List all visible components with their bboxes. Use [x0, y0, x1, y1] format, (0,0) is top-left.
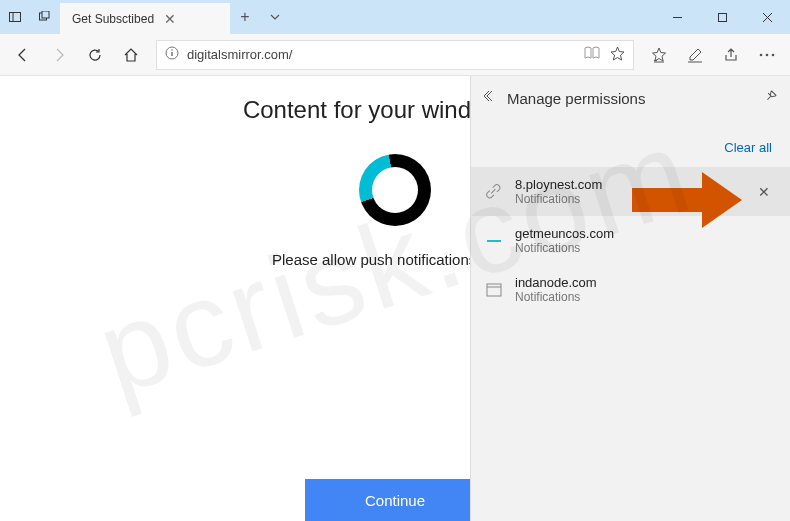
annotation-arrow-icon: [632, 172, 742, 228]
permissions-panel: Manage permissions Clear all 8.ploynest.…: [470, 76, 790, 521]
svg-rect-3: [42, 11, 49, 18]
favorite-star-icon[interactable]: [610, 46, 625, 64]
link-icon: [485, 183, 503, 201]
browser-toolbar: digitalsmirror.com/: [0, 34, 790, 76]
svg-point-16: [772, 53, 775, 56]
permission-item[interactable]: indanode.com Notifications: [471, 265, 790, 314]
address-url: digitalsmirror.com/: [187, 47, 292, 62]
tab-title: Get Subsctibed: [72, 12, 154, 26]
permission-type: Notifications: [515, 192, 602, 206]
window-close-button[interactable]: [745, 0, 790, 34]
permission-list: 8.ploynest.com Notifications ✕ getmeunco…: [471, 167, 790, 314]
new-tab-button[interactable]: +: [230, 0, 260, 34]
panel-title: Manage permissions: [507, 90, 645, 107]
clear-all-link[interactable]: Clear all: [724, 140, 772, 155]
svg-rect-18: [487, 284, 501, 296]
forward-button: [42, 38, 76, 72]
tab-close-icon[interactable]: ✕: [164, 11, 176, 27]
address-bar[interactable]: digitalsmirror.com/: [156, 40, 634, 70]
sidebar-toggle-icon[interactable]: [0, 0, 30, 34]
tab-menu-chevron-icon[interactable]: [260, 0, 290, 34]
permission-type: Notifications: [515, 241, 614, 255]
notes-pen-icon[interactable]: [678, 38, 712, 72]
spinner-ring-icon: [359, 154, 431, 226]
svg-rect-17: [487, 240, 501, 242]
more-menu-icon[interactable]: [750, 38, 784, 72]
permission-type: Notifications: [515, 290, 597, 304]
permission-domain: getmeuncos.com: [515, 226, 614, 241]
svg-point-15: [766, 53, 769, 56]
remove-permission-button[interactable]: ✕: [752, 180, 776, 204]
window-icon: [485, 281, 503, 299]
svg-marker-20: [632, 172, 742, 228]
reading-view-icon[interactable]: [584, 46, 600, 64]
svg-point-10: [171, 49, 173, 51]
window-titlebar: Get Subsctibed ✕ +: [0, 0, 790, 34]
panel-back-icon[interactable]: [483, 89, 497, 107]
home-button[interactable]: [114, 38, 148, 72]
window-minimize-button[interactable]: [655, 0, 700, 34]
svg-point-14: [760, 53, 763, 56]
refresh-button[interactable]: [78, 38, 112, 72]
permission-domain: 8.ploynest.com: [515, 177, 602, 192]
continue-button[interactable]: Continue: [305, 479, 485, 521]
share-icon[interactable]: [714, 38, 748, 72]
browser-tab[interactable]: Get Subsctibed ✕: [60, 3, 230, 34]
back-button[interactable]: [6, 38, 40, 72]
permission-item[interactable]: getmeuncos.com Notifications: [471, 216, 790, 265]
permission-item[interactable]: 8.ploynest.com Notifications ✕: [471, 167, 790, 216]
site-info-icon[interactable]: [165, 46, 179, 63]
permission-domain: indanode.com: [515, 275, 597, 290]
panel-pin-icon[interactable]: [764, 89, 778, 107]
tabs-aside-icon[interactable]: [30, 0, 60, 34]
window-maximize-button[interactable]: [700, 0, 745, 34]
dash-icon: [485, 232, 503, 250]
svg-rect-0: [10, 13, 21, 22]
favorites-menu-icon[interactable]: [642, 38, 676, 72]
svg-rect-5: [719, 13, 727, 21]
